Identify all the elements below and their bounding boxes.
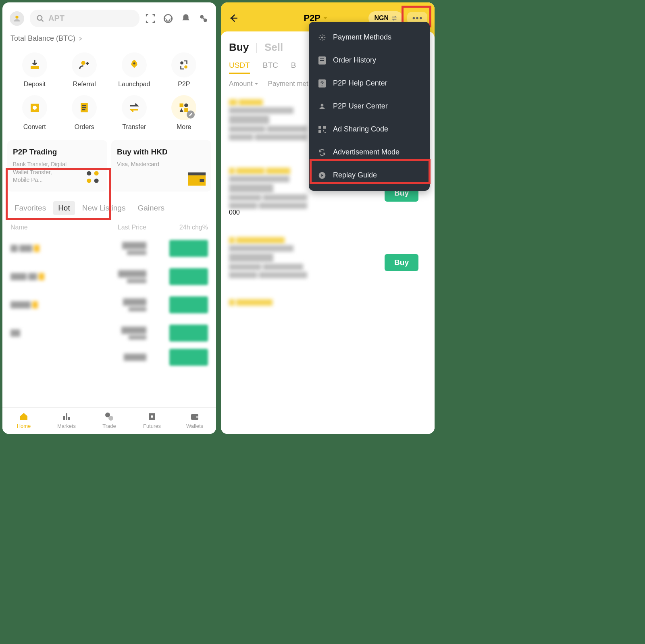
svg-point-9 [133, 63, 135, 65]
crypto-tab-btc[interactable]: BTC [263, 61, 278, 70]
bell-icon[interactable] [181, 13, 191, 24]
market-row[interactable] [2, 347, 216, 367]
svg-point-11 [185, 65, 188, 69]
home-screen: APT Total Balance (BTC) Deposit Referral… [2, 2, 216, 434]
support-icon[interactable] [163, 13, 173, 24]
card-sub: Bank Transfer, Digital Wallet Transfer, … [13, 160, 69, 184]
tab-new-listings[interactable]: New Listings [77, 201, 131, 215]
user-icon [12, 14, 21, 23]
credit-card-icon [188, 172, 206, 186]
market-row[interactable] [2, 291, 216, 319]
menu-payment-methods[interactable]: Payment Methods [309, 26, 430, 49]
gear-icon [318, 33, 326, 42]
nav-home[interactable]: Home [2, 412, 45, 429]
header-actions [145, 13, 209, 24]
nav-trade[interactable]: Trade [88, 412, 131, 429]
nav-wallets[interactable]: Wallets [173, 412, 216, 429]
nav-futures[interactable]: Futures [131, 412, 173, 429]
tab-sell[interactable]: Sell [264, 41, 283, 54]
card-p2p-trading[interactable]: P2P Trading Bank Transfer, Digital Walle… [7, 140, 107, 192]
crypto-tab-usdt[interactable]: USDT [229, 61, 250, 70]
search-icon [36, 15, 44, 23]
svg-point-10 [181, 61, 184, 65]
menu-replay-guide[interactable]: Replay Guide [309, 164, 430, 187]
wallet-icon [190, 412, 200, 421]
orders-icon [78, 102, 90, 114]
market-row[interactable] [2, 319, 216, 347]
svg-rect-28 [63, 416, 65, 420]
shortcut-convert[interactable]: Convert [10, 95, 60, 131]
svg-rect-51 [325, 132, 326, 133]
referral-icon [78, 59, 90, 71]
filter-amount[interactable]: Amount [229, 80, 258, 88]
svg-point-22 [94, 171, 99, 175]
tab-buy[interactable]: Buy [229, 41, 249, 54]
filter-payment[interactable]: Payment met [268, 80, 308, 88]
shortcut-deposit[interactable]: Deposit [10, 52, 60, 88]
card-buy-hkd[interactable]: Buy with HKD Visa, Mastercard [111, 140, 211, 192]
svg-point-0 [15, 15, 18, 18]
tab-favorites[interactable]: Favorites [10, 201, 51, 215]
card-title: Buy with HKD [117, 148, 206, 156]
deposit-icon [29, 59, 41, 71]
card-title: P2P Trading [13, 148, 102, 156]
market-tabs: Favorites Hot New Listings Gainers [2, 197, 216, 219]
svg-point-32 [108, 416, 113, 421]
shortcut-referral[interactable]: Referral [60, 52, 110, 88]
shortcut-p2p[interactable]: P2P [159, 52, 209, 88]
balance-label[interactable]: Total Balance (BTC) [2, 31, 216, 48]
menu-advertisement-mode[interactable]: Advertisement Mode [309, 141, 430, 164]
buy-button[interactable]: Buy [385, 254, 418, 271]
futures-icon [147, 412, 157, 421]
chevron-down-icon[interactable] [323, 16, 328, 21]
avatar[interactable] [10, 11, 24, 26]
shortcut-transfer[interactable]: Transfer [109, 95, 159, 131]
svg-point-19 [184, 104, 188, 107]
svg-point-1 [37, 15, 42, 20]
nav-markets[interactable]: Markets [45, 412, 88, 429]
p2p-ad-item[interactable] [229, 288, 427, 306]
chevron-right-icon [79, 37, 83, 41]
convert-icon [29, 102, 41, 114]
p2p-ad-item[interactable]: Buy [229, 226, 427, 278]
p2p-screen: P2P NGN Buy | Sell USDT BTC B Amount Pay… [221, 2, 435, 434]
menu-ad-sharing-code[interactable]: Ad Sharing Code [309, 118, 430, 141]
back-icon[interactable] [228, 13, 239, 23]
document-icon [318, 56, 326, 65]
markets-icon [62, 412, 71, 421]
tab-hot[interactable]: Hot [53, 201, 75, 215]
svg-rect-49 [318, 130, 321, 133]
shortcut-more[interactable]: More [159, 95, 209, 131]
svg-point-46 [321, 104, 324, 106]
svg-rect-18 [180, 104, 183, 107]
svg-point-40 [321, 36, 323, 38]
col-chg: 24h chg% [146, 224, 208, 231]
scan-icon[interactable] [145, 13, 156, 24]
search-input[interactable]: APT [30, 10, 139, 27]
trade-icon [104, 412, 114, 421]
swap-icon [391, 15, 397, 21]
shortcut-orders[interactable]: Orders [60, 95, 110, 131]
menu-help-center[interactable]: ?P2P Help Center [309, 72, 430, 95]
shortcut-launchpad[interactable]: Launchpad [109, 52, 159, 88]
crypto-tab-partial[interactable]: B [291, 61, 296, 70]
link-icon[interactable] [198, 13, 209, 24]
refresh-icon [318, 148, 326, 156]
tab-gainers[interactable]: Gainers [133, 201, 169, 215]
menu-order-history[interactable]: Order History [309, 49, 430, 72]
search-placeholder: APT [48, 14, 64, 23]
svg-rect-48 [323, 126, 326, 129]
home-icon [19, 412, 29, 421]
svg-rect-47 [318, 126, 321, 129]
svg-text:?: ? [320, 80, 324, 87]
market-row[interactable] [2, 263, 216, 291]
market-row[interactable] [2, 234, 216, 263]
svg-rect-29 [66, 413, 67, 420]
rocket-icon [128, 59, 140, 71]
menu-user-center[interactable]: P2P User Center [309, 95, 430, 118]
p2p-icon [178, 59, 190, 71]
svg-point-39 [420, 17, 422, 19]
svg-point-8 [81, 61, 85, 65]
svg-rect-36 [196, 416, 198, 418]
p2p-card-icon [84, 168, 102, 186]
